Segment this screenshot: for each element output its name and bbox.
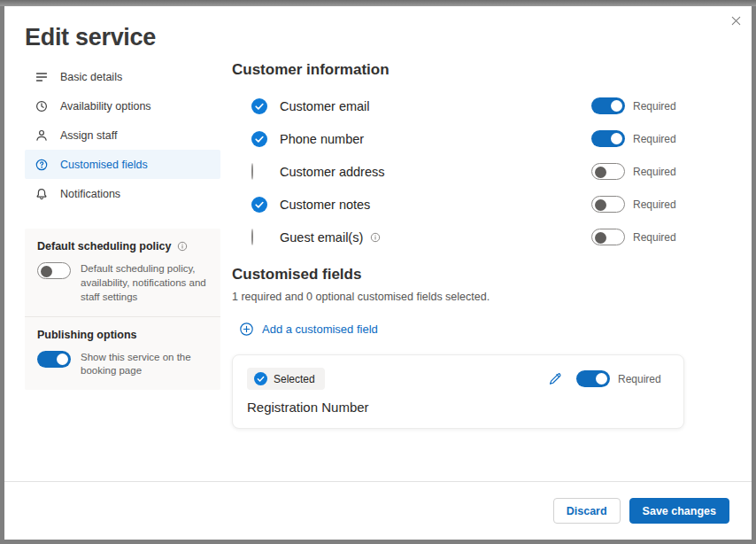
required-toggle[interactable] xyxy=(591,97,625,114)
add-customised-field-link[interactable]: Add a customised field xyxy=(239,322,378,337)
card-required-toggle[interactable] xyxy=(576,370,610,387)
sidebar-nav: Basic details Availability options Assig… xyxy=(25,62,220,208)
sidebar-item-availability-options[interactable]: Availability options xyxy=(25,91,220,120)
card-required-label: Required xyxy=(618,373,669,385)
circle-plus-icon xyxy=(239,322,254,337)
main-content: Customer information Customer email Requ… xyxy=(232,59,684,429)
required-toggle[interactable] xyxy=(591,163,625,180)
sidebar-item-label: Notifications xyxy=(60,188,120,200)
row-customer-notes: Customer notes Required xyxy=(232,188,684,221)
customised-field-card: Selected Required Registration Number xyxy=(232,354,684,429)
person-icon xyxy=(35,128,49,143)
sidebar-item-label: Basic details xyxy=(60,71,122,83)
edit-pencil-icon[interactable] xyxy=(547,371,562,386)
publishing-toggle[interactable] xyxy=(37,351,71,368)
row-label: Customer notes xyxy=(280,198,370,212)
required-label: Required xyxy=(633,166,684,178)
sidebar-item-assign-staff[interactable]: Assign staff xyxy=(25,120,220,150)
row-label: Guest email(s) xyxy=(280,230,363,245)
checked-circle-icon[interactable] xyxy=(251,197,267,213)
row-label: Phone number xyxy=(280,132,364,146)
checked-circle-icon[interactable] xyxy=(251,131,267,147)
discard-button[interactable]: Discard xyxy=(553,498,621,524)
window-frame-top xyxy=(0,0,756,6)
row-phone-number: Phone number Required xyxy=(232,122,684,155)
page-title: Edit service xyxy=(25,24,156,51)
customised-fields-subtitle: 1 required and 0 optional customised fie… xyxy=(232,291,684,303)
required-label: Required xyxy=(633,100,684,113)
sidebar-item-label: Customised fields xyxy=(60,159,148,171)
bell-icon xyxy=(35,187,49,201)
clock-icon xyxy=(35,99,49,113)
question-circle-icon xyxy=(35,158,49,172)
publishing-options-title: Publishing options xyxy=(37,329,137,341)
scheduling-policy-title: Default scheduling policy xyxy=(37,240,171,253)
info-icon[interactable] xyxy=(177,241,188,252)
row-customer-address: Customer address Required xyxy=(232,155,684,188)
scheduling-policy-toggle[interactable] xyxy=(37,262,71,279)
selected-badge-label: Selected xyxy=(274,373,315,385)
publishing-options-section: Publishing options Show this service on … xyxy=(25,316,220,391)
unchecked-circle-icon[interactable] xyxy=(251,229,267,245)
row-customer-email: Customer email Required xyxy=(232,89,684,122)
checked-circle-icon[interactable] xyxy=(251,98,267,114)
scheduling-policy-description: Default scheduling policy, availability,… xyxy=(81,262,208,305)
list-icon xyxy=(35,70,49,84)
unchecked-circle-icon[interactable] xyxy=(251,164,267,180)
sidebar-item-label: Assign staff xyxy=(60,129,117,142)
service-options-panel: Default scheduling policy Default schedu… xyxy=(25,229,220,390)
customer-information-rows: Customer email Required Phone number Req… xyxy=(232,89,684,253)
customised-fields-heading: Customised fields xyxy=(232,264,684,285)
sidebar-item-basic-details[interactable]: Basic details xyxy=(25,62,220,91)
publishing-description: Show this service on the booking page xyxy=(81,351,208,379)
required-toggle[interactable] xyxy=(591,196,625,213)
row-label: Customer address xyxy=(280,165,384,179)
custom-field-name: Registration Number xyxy=(247,400,669,415)
close-icon[interactable] xyxy=(727,12,744,29)
save-changes-button[interactable]: Save changes xyxy=(629,498,729,524)
required-label: Required xyxy=(633,231,684,244)
sidebar-item-customised-fields[interactable]: Customised fields xyxy=(25,150,220,179)
row-guest-emails: Guest email(s) Required xyxy=(232,221,684,253)
add-link-label: Add a customised field xyxy=(262,323,378,336)
row-label: Customer email xyxy=(280,99,370,113)
info-icon[interactable] xyxy=(370,232,381,243)
sidebar-item-notifications[interactable]: Notifications xyxy=(25,179,220,208)
required-toggle[interactable] xyxy=(591,229,625,245)
selected-badge[interactable]: Selected xyxy=(247,368,325,390)
edit-service-dialog: Edit service Basic details Availability … xyxy=(4,6,752,540)
customer-information-heading: Customer information xyxy=(232,59,684,81)
dialog-footer: Discard Save changes xyxy=(4,481,752,540)
check-circle-icon xyxy=(254,372,267,385)
sidebar-item-label: Availability options xyxy=(60,100,151,113)
required-label: Required xyxy=(633,198,684,211)
required-toggle[interactable] xyxy=(591,130,625,147)
default-scheduling-policy-section: Default scheduling policy Default schedu… xyxy=(25,229,220,316)
required-label: Required xyxy=(633,133,684,145)
